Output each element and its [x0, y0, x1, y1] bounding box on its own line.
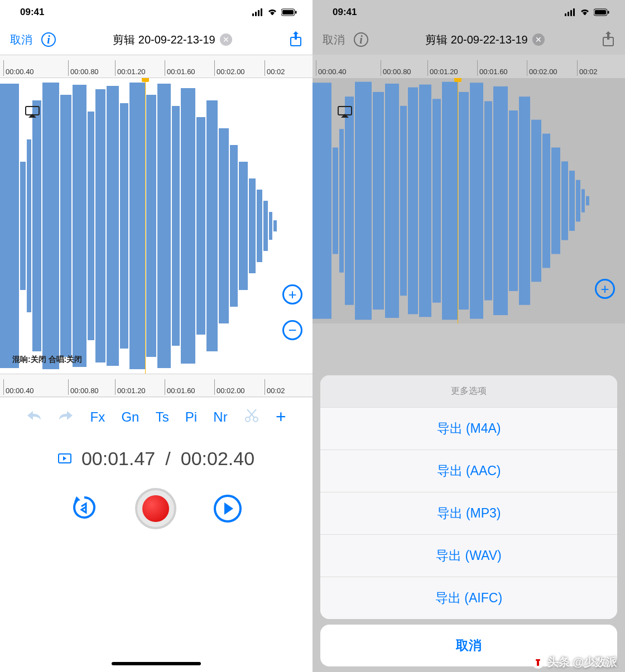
zoom-out-button[interactable]: − — [282, 320, 302, 340]
status-time: 09:41 — [20, 7, 44, 18]
svg-rect-71 — [338, 107, 352, 115]
add-button[interactable]: + — [276, 407, 286, 427]
svg-rect-54 — [419, 85, 431, 317]
svg-rect-70 — [586, 196, 589, 206]
toolbar: Fx Gn Ts Pi Nr + — [0, 397, 312, 436]
signal-icon — [565, 8, 576, 16]
ruler-top[interactable]: 00:00.40 00:00.80 00:01.20 00:01.60 00:0… — [0, 55, 312, 78]
effects-label: 混响:关闭 合唱:关闭 — [12, 355, 82, 365]
svg-rect-14 — [73, 85, 86, 367]
svg-rect-73 — [536, 659, 540, 661]
cancel-button[interactable]: 取消 — [10, 32, 32, 47]
svg-rect-3 — [261, 8, 262, 16]
svg-rect-16 — [95, 89, 105, 362]
svg-rect-17 — [107, 86, 119, 366]
page-title: 剪辑 20-09-22-13-19 — [425, 32, 527, 47]
svg-rect-66 — [561, 161, 568, 240]
svg-rect-20 — [146, 95, 156, 357]
svg-rect-34 — [26, 107, 39, 115]
info-icon[interactable]: i — [41, 32, 56, 47]
svg-rect-74 — [537, 661, 539, 666]
svg-rect-31 — [263, 201, 268, 251]
time-display: 00:01.47 / 00:02.40 — [0, 436, 312, 481]
export-aifc-button[interactable]: 导出 (AIFC) — [320, 577, 617, 619]
time-sep: / — [165, 448, 170, 470]
share-button — [602, 30, 615, 50]
record-button[interactable] — [135, 488, 176, 529]
transport-controls — [0, 481, 312, 536]
share-button[interactable] — [289, 30, 302, 50]
clear-title-icon: ✕ — [532, 33, 545, 46]
home-indicator[interactable] — [112, 662, 201, 665]
svg-rect-22 — [172, 106, 180, 346]
svg-rect-10 — [27, 139, 31, 312]
gn-button[interactable]: Gn — [121, 409, 139, 425]
battery-icon — [281, 8, 297, 16]
ruler-tick: 00:00.80 — [68, 379, 99, 395]
battery-icon — [594, 8, 609, 16]
svg-rect-48 — [345, 96, 354, 305]
airplay-icon[interactable] — [25, 106, 40, 120]
svg-rect-65 — [551, 148, 560, 254]
cut-button[interactable] — [244, 408, 259, 427]
export-mp3-button[interactable]: 导出 (MP3) — [320, 492, 617, 535]
ruler-bottom[interactable]: 00:00.40 00:00.80 00:01.20 00:01.60 00:0… — [0, 374, 312, 397]
redo-button[interactable] — [58, 409, 74, 425]
nr-button[interactable]: Nr — [213, 409, 227, 425]
undo-button[interactable] — [26, 409, 42, 425]
waveform-display[interactable]: 混响:关闭 合唱:关闭 + − — [0, 78, 312, 374]
svg-rect-53 — [408, 88, 418, 315]
wifi-icon — [267, 8, 278, 16]
nav-bar: 取消 i 剪辑 20-09-22-13-19 ✕ — [312, 25, 625, 55]
svg-rect-18 — [120, 103, 128, 349]
page-title: 剪辑 20-09-22-13-19 — [113, 32, 215, 47]
marker-icon[interactable] — [58, 453, 71, 463]
ruler-tick: 00:02.00 — [214, 60, 245, 76]
svg-rect-26 — [219, 128, 229, 323]
sheet-header: 更多选项 — [320, 375, 617, 408]
export-wav-button[interactable]: 导出 (WAV) — [320, 535, 617, 577]
svg-rect-42 — [595, 10, 606, 14]
svg-rect-52 — [400, 106, 407, 296]
zoom-in-button: + — [595, 279, 615, 299]
svg-rect-58 — [470, 83, 483, 318]
svg-rect-68 — [576, 180, 580, 222]
status-bar: 09:41 — [0, 0, 312, 25]
zoom-in-button[interactable]: + — [282, 284, 302, 304]
playhead[interactable] — [145, 78, 146, 374]
svg-rect-27 — [230, 145, 238, 307]
pi-button[interactable]: Pi — [185, 409, 197, 425]
waveform-svg — [312, 78, 625, 323]
ruler-tick: 00:02 — [265, 60, 285, 76]
watermark: 头条 @少数派 — [532, 655, 617, 670]
svg-rect-28 — [239, 162, 248, 290]
waveform-svg — [0, 78, 312, 374]
action-sheet-group: 更多选项 导出 (M4A) 导出 (AAC) 导出 (MP3) 导出 (WAV)… — [320, 375, 617, 619]
svg-rect-23 — [181, 88, 195, 364]
status-icons — [252, 8, 297, 16]
fx-button[interactable]: Fx — [90, 409, 105, 425]
ruler-tick: 00:02.00 — [214, 379, 245, 395]
airplay-icon — [338, 106, 352, 120]
svg-rect-9 — [20, 162, 26, 290]
export-m4a-button[interactable]: 导出 (M4A) — [320, 408, 617, 450]
watermark-icon — [532, 656, 544, 669]
action-sheet: 更多选项 导出 (M4A) 导出 (AAC) 导出 (MP3) 导出 (WAV)… — [320, 375, 617, 666]
svg-rect-40 — [573, 8, 575, 16]
clear-title-icon[interactable]: ✕ — [220, 33, 232, 46]
play-button[interactable] — [214, 495, 242, 523]
svg-rect-8 — [0, 84, 19, 368]
export-aac-button[interactable]: 导出 (AAC) — [320, 450, 617, 492]
svg-rect-60 — [493, 86, 508, 315]
ruler-tick: 00:00.40 — [3, 379, 34, 395]
svg-rect-29 — [249, 178, 256, 273]
ruler-tick: 00:00.40 — [316, 60, 347, 76]
ruler-tick: 00:01.60 — [165, 379, 195, 395]
svg-rect-6 — [295, 11, 297, 14]
svg-rect-2 — [258, 10, 259, 16]
svg-rect-67 — [569, 171, 575, 231]
ruler-tick: 00:01.60 — [165, 60, 195, 76]
waveform-display: + — [312, 78, 625, 323]
rewind-button[interactable] — [71, 494, 98, 523]
ts-button[interactable]: Ts — [156, 409, 169, 425]
